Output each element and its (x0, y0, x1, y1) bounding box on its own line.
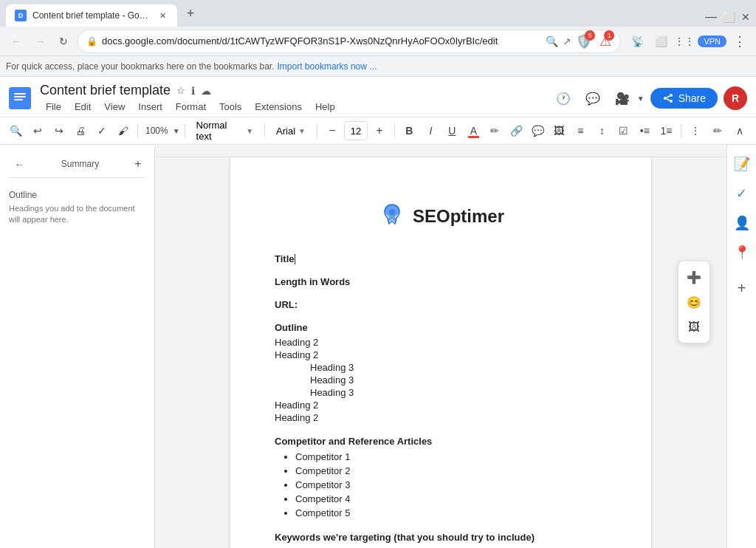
underline-button[interactable]: U (442, 120, 462, 141)
font-size-input[interactable] (344, 121, 368, 140)
text-color-button[interactable]: A (464, 120, 484, 141)
back-sidebar-button[interactable]: ← (9, 154, 30, 174)
list-item: Competitor 3 (295, 478, 607, 492)
line-spacing-button[interactable]: ↕ (592, 120, 612, 141)
doc-url-label: URL: (275, 299, 298, 310)
summary-section-header: ← Summary + (9, 154, 145, 174)
svg-rect-3 (14, 99, 23, 100)
maps-panel-icon[interactable]: 📍 (729, 239, 755, 266)
doc-outline-label: Outline (275, 322, 607, 333)
meet-chevron[interactable]: ▼ (637, 95, 645, 103)
comments-button[interactable]: 💬 (581, 86, 605, 110)
doc-url-field: URL: (275, 299, 607, 310)
font-dropdown[interactable]: Arial ▼ (269, 120, 312, 141)
float-add-button[interactable]: ➕ (683, 266, 705, 288)
tasks-panel-icon[interactable]: ✓ (729, 180, 755, 207)
paint-format-button[interactable]: 🖌 (113, 120, 133, 141)
menu-view[interactable]: View (98, 100, 131, 114)
menu-format[interactable]: Format (170, 100, 212, 114)
contacts-panel-icon[interactable]: 👤 (729, 210, 755, 236)
link-button[interactable]: 🔗 (506, 120, 526, 141)
svg-rect-2 (14, 96, 26, 97)
redo-button[interactable]: ↪ (49, 120, 69, 141)
italic-button[interactable]: I (421, 120, 441, 141)
import-bookmarks-link[interactable]: Import bookmarks now ... (278, 61, 377, 72)
doc-page[interactable]: ➕ 😊 🖼 SEOptimer (230, 157, 651, 548)
menu-edit[interactable]: Edit (69, 100, 97, 114)
zoom-arrow[interactable]: ▼ (173, 127, 180, 135)
svg-point-4 (670, 94, 673, 97)
add-panel-button[interactable]: + (729, 275, 755, 301)
bullet-list-button[interactable]: •≡ (635, 120, 655, 141)
doc-title-field[interactable]: Title (275, 253, 607, 264)
svg-rect-0 (9, 87, 31, 109)
history-button[interactable]: 🕐 (551, 86, 575, 110)
docs-canvas: ➕ 😊 🖼 SEOptimer (155, 145, 726, 548)
tab-close-button[interactable]: ✕ (157, 10, 168, 21)
user-avatar[interactable]: R (724, 86, 747, 110)
menu-file[interactable]: File (40, 100, 67, 114)
collapse-button[interactable]: ∧ (729, 120, 750, 141)
share-button-label: Share (678, 92, 706, 104)
active-tab[interactable]: D Content brief template - Google ... ✕ (6, 4, 177, 27)
cast-button[interactable]: 📡 (627, 31, 647, 52)
menu-tools[interactable]: Tools (213, 100, 247, 114)
address-bar[interactable]: 🔒 docs.google.com/document/d/1tCAWTyzWFQ… (77, 30, 621, 53)
print-button[interactable]: 🖨 (70, 120, 90, 141)
decrease-font-size[interactable]: − (322, 120, 343, 141)
forward-button[interactable]: → (30, 31, 50, 52)
increase-font-size[interactable]: + (369, 120, 390, 141)
apps-button[interactable]: ⋮⋮ (674, 31, 695, 52)
align-button[interactable]: ≡ (571, 120, 591, 141)
image-button[interactable]: 🖼 (549, 120, 569, 141)
star-icon[interactable]: ☆ (176, 85, 185, 96)
back-button[interactable]: ← (6, 31, 27, 52)
search-toolbar-button[interactable]: 🔍 (6, 120, 26, 141)
meet-button[interactable]: 🎥 (611, 86, 634, 110)
float-emoji-button[interactable]: 😊 (683, 291, 705, 313)
sidebar-divider (9, 177, 145, 178)
menu-insert[interactable]: Insert (132, 100, 168, 114)
tab-title: Content brief template - Google ... (32, 10, 151, 21)
minimize-button[interactable]: — (705, 10, 717, 24)
lock-icon: 🔒 (86, 36, 97, 47)
list-item: Heading 2 (275, 349, 607, 361)
bold-button[interactable]: B (399, 120, 419, 141)
font-label: Arial (276, 126, 295, 137)
right-panel: 📝 ✓ 👤 📍 + (726, 145, 756, 548)
restore-button[interactable]: ⬜ (723, 11, 735, 23)
new-tab-button[interactable]: + (180, 3, 201, 24)
refresh-button[interactable]: ↻ (53, 31, 74, 52)
comment-button[interactable]: 💬 (528, 120, 548, 141)
doc-competitors-field: Competitor and Reference Articles Compet… (275, 436, 607, 520)
menu-help[interactable]: Help (309, 100, 341, 114)
menu-extensions[interactable]: Extensions (249, 100, 308, 114)
more-options-button[interactable]: ⋮ (686, 120, 706, 141)
close-button[interactable]: ✕ (741, 11, 750, 23)
doc-title-text: Title (275, 253, 295, 264)
list-item: Competitor 4 (295, 492, 607, 506)
svg-point-9 (389, 209, 395, 215)
checklist-button[interactable]: ☑ (614, 120, 633, 141)
doc-logo-area: SEOptimer (275, 202, 607, 231)
menu-button[interactable]: ⋮ (729, 31, 750, 52)
outline-list: Heading 2 Heading 2 Heading 3 Heading 3 … (275, 336, 607, 424)
svg-point-5 (664, 97, 667, 100)
summary-add-button[interactable]: + (131, 157, 145, 171)
doc-keywords-field: Keywords we're targeting (that you shoul… (275, 532, 607, 548)
info-icon[interactable]: ℹ (191, 85, 195, 97)
undo-button[interactable]: ↩ (27, 120, 47, 141)
docs-toolbar: 🔍 ↩ ↪ 🖨 ✓ 🖌 100% ▼ Normal text ▼ Arial ▼… (0, 117, 756, 145)
docs-document-title[interactable]: Content brief template (40, 83, 171, 98)
numbered-list-button[interactable]: 1≡ (656, 120, 676, 141)
cloud-icon[interactable]: ☁ (201, 85, 211, 97)
spell-check-button[interactable]: ✓ (92, 120, 111, 141)
float-image-button[interactable]: 🖼 (683, 316, 705, 338)
paragraph-style-dropdown[interactable]: Normal text ▼ (190, 120, 261, 141)
screenshot-button[interactable]: ⬜ (650, 31, 671, 52)
notes-panel-icon[interactable]: 📝 (729, 151, 755, 177)
highlight-button[interactable]: ✏ (485, 120, 505, 141)
share-button[interactable]: Share (650, 88, 718, 109)
vpn-button[interactable]: VPN (698, 35, 726, 47)
pen-button[interactable]: ✏ (707, 120, 728, 141)
